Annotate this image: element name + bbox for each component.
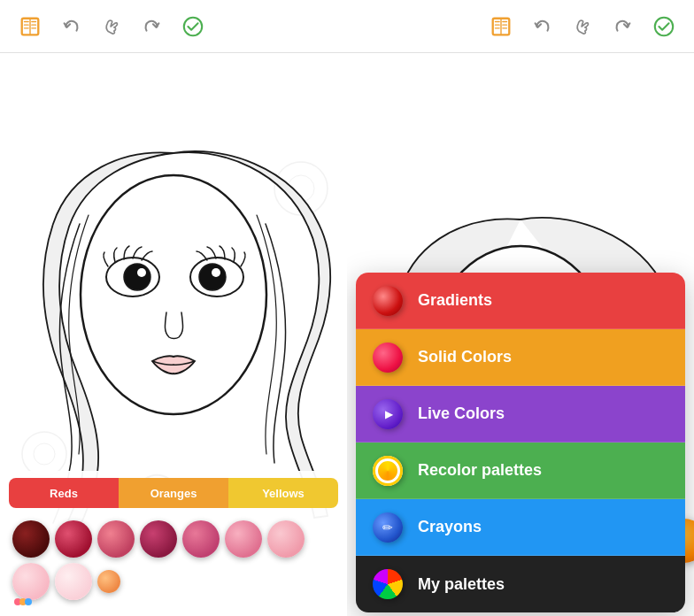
swatch-5[interactable] [182, 520, 220, 558]
right-panel: Gradients Solid Colors Live Colors [347, 53, 694, 616]
menu-item-crayons[interactable]: Crayons [356, 499, 685, 556]
live-colors-icon [372, 398, 404, 430]
left-panel: Reds Oranges Yellows [0, 53, 347, 616]
undo-icon-left[interactable] [58, 14, 83, 39]
color-palette: Reds Oranges Yellows [0, 471, 347, 616]
palette-tab-oranges[interactable]: Oranges [119, 478, 228, 508]
palette-tab-yellows[interactable]: Yellows [228, 478, 338, 508]
svg-point-6 [22, 432, 66, 476]
undo-icon-right[interactable] [529, 14, 554, 39]
live-colors-label: Live Colors [418, 404, 505, 423]
recolor-label: Recolor palettes [418, 461, 542, 480]
svg-point-14 [212, 268, 220, 277]
menu-item-recolor[interactable]: Recolor palettes [356, 443, 685, 499]
swatch-10[interactable] [97, 570, 120, 593]
swatch-9[interactable] [55, 563, 92, 600]
solid-colors-label: Solid Colors [418, 348, 512, 366]
swatch-4[interactable] [140, 520, 177, 558]
recolor-icon [372, 455, 404, 487]
swatch-2[interactable] [55, 520, 92, 558]
book-icon-left[interactable] [18, 14, 42, 39]
svg-point-10 [124, 264, 150, 290]
main-area: Reds Oranges Yellows [0, 53, 694, 616]
my-palettes-label: My palettes [418, 575, 505, 594]
svg-point-7 [34, 443, 55, 465]
menu-item-live-colors[interactable]: Live Colors [356, 386, 685, 443]
gesture-icon-right[interactable] [570, 14, 595, 39]
dropdown-menu: Gradients Solid Colors Live Colors [356, 273, 685, 612]
check-icon-left[interactable] [181, 14, 205, 39]
gradients-label: Gradients [418, 291, 492, 310]
redo-icon-left[interactable] [140, 14, 165, 39]
crayons-label: Crayons [418, 518, 482, 536]
swatch-3[interactable] [97, 520, 135, 558]
svg-point-17 [25, 598, 32, 605]
gesture-icon-left[interactable] [99, 14, 124, 39]
menu-item-my-palettes[interactable]: My palettes [356, 556, 685, 612]
color-swatches [9, 517, 338, 604]
my-palettes-icon [372, 568, 404, 600]
redo-icon-right[interactable] [611, 14, 636, 39]
swatch-1[interactable] [12, 520, 50, 558]
palette-tabs: Reds Oranges Yellows [9, 478, 338, 508]
toolbar-left [18, 14, 347, 39]
toolbar [0, 0, 694, 53]
solid-colors-icon [372, 342, 404, 373]
menu-item-gradients[interactable]: Gradients [356, 273, 685, 329]
sparkle-icon[interactable] [12, 586, 34, 607]
check-icon-right[interactable] [652, 14, 676, 39]
toolbar-right [347, 14, 676, 39]
menu-item-solid-colors[interactable]: Solid Colors [356, 329, 685, 386]
svg-point-3 [655, 17, 673, 35]
svg-point-11 [137, 268, 146, 277]
svg-point-8 [81, 175, 266, 414]
swatch-7[interactable] [267, 520, 305, 558]
svg-point-13 [199, 264, 226, 290]
swatch-6[interactable] [225, 520, 262, 558]
book-icon-right[interactable] [489, 14, 513, 39]
crayons-icon [372, 512, 404, 543]
svg-point-1 [184, 17, 202, 35]
gradients-icon [372, 285, 404, 317]
palette-tab-reds[interactable]: Reds [9, 478, 119, 508]
